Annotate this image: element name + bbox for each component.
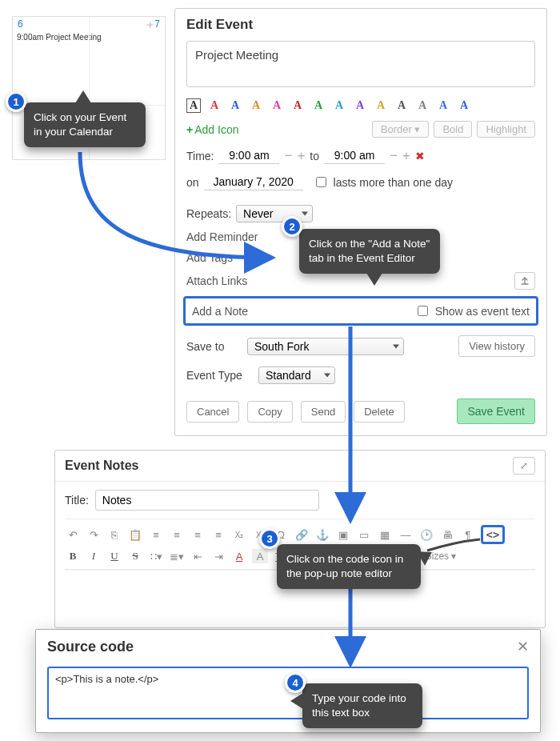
- date-input[interactable]: [204, 174, 303, 190]
- calendar-day-6[interactable]: 6: [13, 17, 89, 31]
- add-tags-link[interactable]: Add Tags: [186, 251, 535, 264]
- event-type-label: Event Type: [186, 369, 254, 382]
- time-start-minus-icon[interactable]: −: [284, 148, 292, 164]
- view-history-button[interactable]: View history: [458, 335, 535, 357]
- event-title-input[interactable]: Project Meeting: [186, 41, 535, 87]
- color-swatch[interactable]: A: [394, 98, 409, 113]
- delete-button[interactable]: Delete: [354, 401, 405, 423]
- subscript-icon[interactable]: X²: [252, 527, 268, 542]
- clear-format-icon[interactable]: Tₓ: [273, 549, 289, 563]
- source-code-button-highlight: <>: [481, 525, 505, 544]
- repeats-label: Repeats:: [186, 207, 231, 220]
- color-swatch[interactable]: A: [415, 98, 430, 113]
- undo-icon[interactable]: ↶: [65, 527, 81, 542]
- expand-icon[interactable]: ⤢: [513, 457, 535, 475]
- bold-button[interactable]: Bold: [434, 121, 472, 138]
- hr-icon[interactable]: —: [398, 527, 414, 542]
- time-start-input[interactable]: [218, 147, 279, 164]
- add-note-tab[interactable]: Add a Note Show as event text: [183, 296, 538, 326]
- color-swatch[interactable]: A: [353, 98, 367, 113]
- bold-icon[interactable]: B: [65, 549, 81, 563]
- underline-icon[interactable]: U: [106, 549, 122, 563]
- color-swatch[interactable]: A: [457, 98, 471, 113]
- source-code-textarea[interactable]: <p>This is a note.</p>: [47, 667, 529, 719]
- align-right-icon[interactable]: ≡: [190, 527, 206, 542]
- time-end-plus-icon[interactable]: +: [402, 148, 410, 164]
- event-type-select[interactable]: Standard: [258, 366, 335, 384]
- media-icon[interactable]: ▭: [356, 527, 372, 542]
- show-as-event-text-label[interactable]: Show as event text: [414, 303, 530, 318]
- event-notes-panel: Event Notes ⤢ Title: ↶ ↷ ⎘ 📋 ≡ ≡ ≡ ≡ X₂: [54, 450, 546, 628]
- cancel-button[interactable]: Cancel: [186, 401, 239, 423]
- copy-button[interactable]: Copy: [247, 401, 292, 423]
- attach-links-link[interactable]: Attach Links: [186, 272, 535, 290]
- bullet-list-icon[interactable]: ∷▾: [148, 549, 164, 563]
- font-sizes-dropdown[interactable]: Font Sizes ▾: [403, 551, 456, 562]
- time-end-input[interactable]: [324, 147, 385, 164]
- calendar-day-7[interactable]: + 7: [89, 17, 165, 31]
- image-icon[interactable]: ▣: [335, 527, 351, 542]
- color-swatch[interactable]: A: [270, 98, 284, 113]
- bg-color-icon[interactable]: A: [252, 549, 268, 563]
- highlight-button[interactable]: Highlight: [477, 121, 535, 138]
- paragraph-icon[interactable]: ¶: [460, 527, 476, 542]
- color-swatch[interactable]: A: [374, 98, 388, 113]
- paste-icon[interactable]: 📋: [127, 527, 143, 542]
- save-to-select[interactable]: South Fork: [247, 338, 404, 355]
- time-label: Time:: [186, 150, 214, 162]
- color-swatch[interactable]: A: [207, 98, 222, 113]
- formats-dropdown[interactable]: Formats ▾: [294, 551, 336, 562]
- time-to-label: to: [310, 150, 319, 162]
- anchor-icon[interactable]: ⚓: [314, 527, 330, 542]
- time-start-plus-icon[interactable]: +: [297, 148, 305, 164]
- save-event-button[interactable]: Save Event: [457, 399, 535, 424]
- color-swatch[interactable]: A: [311, 98, 326, 113]
- source-code-heading: Source code: [47, 639, 134, 655]
- print-icon[interactable]: 🖶: [439, 527, 455, 542]
- color-swatch[interactable]: A: [228, 98, 242, 113]
- add-reminder-link[interactable]: Add Reminder: [186, 230, 535, 243]
- notes-title-input[interactable]: [95, 490, 319, 511]
- send-button[interactable]: Send: [301, 401, 346, 423]
- outdent-icon[interactable]: ⇤: [190, 549, 206, 563]
- lasts-more-checkbox[interactable]: [316, 177, 326, 187]
- table-icon[interactable]: ▦: [377, 527, 393, 542]
- source-code-dialog: Source code ✕ <p>This is a note.</p>: [35, 629, 541, 733]
- color-swatch[interactable]: A: [290, 98, 305, 113]
- redo-icon[interactable]: ↷: [86, 527, 102, 542]
- datetime-icon[interactable]: 🕑: [418, 527, 434, 542]
- omega-icon[interactable]: Ω: [273, 527, 289, 542]
- number-list-icon[interactable]: ≣▾: [169, 549, 185, 563]
- strike-icon[interactable]: S: [127, 549, 143, 563]
- color-swatch[interactable]: A: [249, 98, 263, 113]
- color-swatch[interactable]: A: [186, 98, 201, 113]
- upload-icon[interactable]: [514, 272, 535, 290]
- time-end-minus-icon[interactable]: −: [390, 148, 398, 164]
- source-code-icon[interactable]: <>: [485, 527, 501, 542]
- align-justify-icon[interactable]: ≡: [210, 527, 226, 542]
- on-label: on: [186, 176, 199, 189]
- align-left-icon[interactable]: ≡: [148, 527, 164, 542]
- repeats-select[interactable]: Never: [236, 205, 313, 222]
- border-button[interactable]: Border ▾: [372, 121, 430, 138]
- italic-icon[interactable]: I: [86, 549, 102, 563]
- save-to-label: Save to: [186, 340, 242, 353]
- indent-icon[interactable]: ⇥: [210, 549, 226, 563]
- close-icon[interactable]: ✕: [517, 638, 529, 655]
- link-icon[interactable]: 🔗: [294, 527, 310, 542]
- color-swatch[interactable]: A: [332, 98, 346, 113]
- color-swatch[interactable]: A: [436, 98, 450, 113]
- edit-event-panel: Edit Event Project Meeting AAAAAAAAAAAAA…: [174, 8, 547, 436]
- time-remove-icon[interactable]: ✖: [415, 150, 425, 162]
- event-notes-heading: Event Notes: [65, 459, 138, 473]
- lasts-more-checkbox-label[interactable]: lasts more than one day: [313, 174, 453, 190]
- superscript-icon[interactable]: X₂: [231, 527, 247, 542]
- font-family-dropdown[interactable]: Font Family ▾: [341, 551, 398, 562]
- align-center-icon[interactable]: ≡: [169, 527, 185, 542]
- text-color-icon[interactable]: A: [231, 549, 247, 563]
- copy-icon[interactable]: ⎘: [106, 527, 122, 542]
- add-icon-link[interactable]: +Add Icon: [186, 123, 238, 136]
- add-event-icon[interactable]: +: [146, 18, 154, 31]
- notes-editor-area[interactable]: [65, 570, 535, 616]
- show-as-event-text-checkbox[interactable]: [418, 306, 428, 316]
